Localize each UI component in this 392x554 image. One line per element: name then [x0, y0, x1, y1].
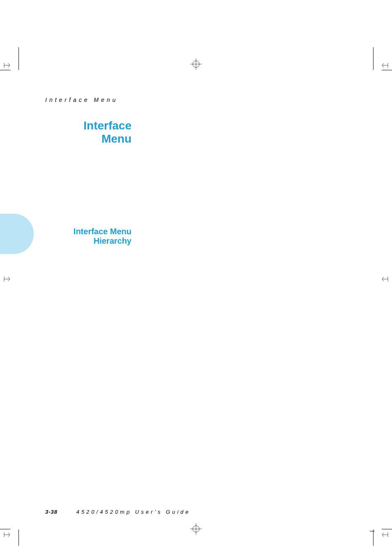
section-heading-main: Interface Menu — [45, 119, 131, 145]
page-footer: 3-38 4520/4520mp User's Guide — [45, 509, 191, 515]
arrow-mark-top-right-icon — [381, 62, 389, 69]
heading-main-line1: Interface — [45, 119, 131, 132]
heading-main-line2: Menu — [45, 132, 131, 145]
arrow-mark-top-left-icon — [3, 62, 11, 69]
registration-mark-top-icon — [190, 58, 202, 70]
section-heading-sub: Interface Menu Hierarchy — [45, 227, 131, 246]
crop-mark-br-vertical — [373, 529, 374, 546]
crop-mark-bl-horizontal — [0, 529, 10, 529]
crop-mark-bl-vertical — [18, 529, 19, 546]
thumb-tab — [0, 214, 34, 254]
crop-mark-br-horizontal — [382, 529, 392, 529]
arrow-mark-mid-left-icon — [3, 275, 11, 283]
arrow-mark-mid-right-icon — [381, 275, 389, 283]
arrow-mark-bottom-left-icon — [3, 531, 11, 538]
running-header: Interface Menu — [45, 97, 118, 103]
page-number: 3-38 — [45, 509, 58, 515]
heading-sub-line2: Hierarchy — [45, 236, 131, 246]
crop-mark-tr-horizontal — [382, 70, 392, 70]
guide-title: 4520/4520mp User's Guide — [76, 509, 191, 515]
registration-mark-bottom-icon — [190, 523, 202, 535]
arrow-mark-bottom-right-icon — [381, 531, 389, 538]
heading-sub-line1: Interface Menu — [45, 227, 131, 236]
crop-accent-br — [370, 531, 375, 531]
crop-mark-tr-vertical — [373, 47, 374, 70]
crop-mark-tl-vertical — [18, 47, 19, 70]
crop-mark-tl-horizontal — [0, 70, 10, 70]
